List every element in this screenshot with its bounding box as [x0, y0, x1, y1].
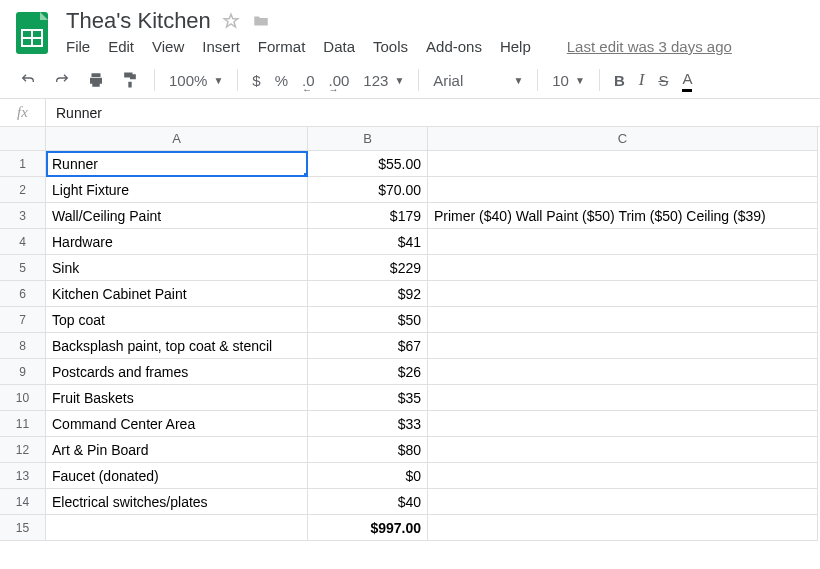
row-header[interactable]: 13 [0, 463, 46, 489]
fx-label: fx [0, 99, 46, 126]
cell[interactable] [428, 333, 818, 359]
cell[interactable]: $26 [308, 359, 428, 385]
text-color-button[interactable]: A [682, 68, 692, 92]
cell[interactable] [428, 463, 818, 489]
table-row: Light Fixture$70.00 [46, 177, 820, 203]
cell[interactable]: $35 [308, 385, 428, 411]
row-header[interactable]: 15 [0, 515, 46, 541]
cell[interactable]: $33 [308, 411, 428, 437]
row-header[interactable]: 12 [0, 437, 46, 463]
select-all-corner[interactable] [0, 127, 46, 151]
cell[interactable]: $997.00 [308, 515, 428, 541]
cell[interactable]: Command Center Area [46, 411, 308, 437]
menu-view[interactable]: View [152, 38, 184, 55]
selection-handle[interactable] [304, 173, 308, 177]
paint-format-icon[interactable] [120, 68, 140, 92]
formula-input[interactable] [46, 99, 820, 126]
menu-file[interactable]: File [66, 38, 90, 55]
folder-icon[interactable] [251, 11, 271, 31]
row-header[interactable]: 14 [0, 489, 46, 515]
cell[interactable]: $80 [308, 437, 428, 463]
cell[interactable]: $50 [308, 307, 428, 333]
cell[interactable]: Runner [46, 151, 308, 177]
cell[interactable] [428, 411, 818, 437]
cell[interactable]: $40 [308, 489, 428, 515]
cell[interactable]: $179 [308, 203, 428, 229]
decrease-decimal-button[interactable]: .0← [302, 68, 315, 92]
cell[interactable]: $67 [308, 333, 428, 359]
cell[interactable]: Primer ($40) Wall Paint ($50) Trim ($50)… [428, 203, 818, 229]
cell[interactable]: Light Fixture [46, 177, 308, 203]
last-edit-link[interactable]: Last edit was 3 days ago [567, 38, 732, 55]
redo-icon[interactable] [52, 68, 72, 92]
increase-decimal-button[interactable]: .00→ [328, 68, 349, 92]
cell[interactable] [428, 437, 818, 463]
document-title[interactable]: Thea's Kitchen [66, 8, 211, 34]
cell[interactable]: Wall/Ceiling Paint [46, 203, 308, 229]
italic-button[interactable]: I [639, 68, 645, 92]
column-header-b[interactable]: B [308, 127, 428, 151]
cell[interactable] [428, 177, 818, 203]
zoom-dropdown[interactable]: 100%▼ [169, 68, 223, 92]
cell[interactable]: Hardware [46, 229, 308, 255]
row-header[interactable]: 5 [0, 255, 46, 281]
menu-data[interactable]: Data [323, 38, 355, 55]
menu-format[interactable]: Format [258, 38, 306, 55]
menu-help[interactable]: Help [500, 38, 531, 55]
cell[interactable]: Top coat [46, 307, 308, 333]
row-header[interactable]: 11 [0, 411, 46, 437]
column-header-c[interactable]: C [428, 127, 818, 151]
undo-icon[interactable] [18, 68, 38, 92]
cell[interactable]: $41 [308, 229, 428, 255]
menu-tools[interactable]: Tools [373, 38, 408, 55]
cell[interactable] [428, 307, 818, 333]
cell[interactable]: $55.00 [308, 151, 428, 177]
cell[interactable]: Sink [46, 255, 308, 281]
row-header[interactable]: 6 [0, 281, 46, 307]
cell[interactable]: Postcards and frames [46, 359, 308, 385]
row-header[interactable]: 9 [0, 359, 46, 385]
strikethrough-button[interactable]: S [658, 68, 668, 92]
cell[interactable]: Art & Pin Board [46, 437, 308, 463]
cell[interactable]: Fruit Baskets [46, 385, 308, 411]
row-header[interactable]: 3 [0, 203, 46, 229]
cell[interactable]: $229 [308, 255, 428, 281]
num-format-label: 123 [363, 72, 388, 89]
cell[interactable] [428, 515, 818, 541]
row-header[interactable]: 4 [0, 229, 46, 255]
menu-addons[interactable]: Add-ons [426, 38, 482, 55]
font-size-dropdown[interactable]: 10▼ [552, 68, 585, 92]
row-header[interactable]: 2 [0, 177, 46, 203]
row-header[interactable]: 7 [0, 307, 46, 333]
cell[interactable] [46, 515, 308, 541]
cell[interactable] [428, 255, 818, 281]
bold-button[interactable]: B [614, 68, 625, 92]
cell[interactable]: $70.00 [308, 177, 428, 203]
menu-insert[interactable]: Insert [202, 38, 240, 55]
cell[interactable] [428, 281, 818, 307]
menu-edit[interactable]: Edit [108, 38, 134, 55]
cell[interactable]: Kitchen Cabinet Paint [46, 281, 308, 307]
cell[interactable] [428, 385, 818, 411]
font-dropdown[interactable]: Arial▼ [433, 68, 523, 92]
row-header[interactable]: 1 [0, 151, 46, 177]
row-header[interactable]: 8 [0, 333, 46, 359]
font-name-label: Arial [433, 72, 463, 89]
cell[interactable]: Electrical switches/plates [46, 489, 308, 515]
cell[interactable]: Backsplash paint, top coat & stencil [46, 333, 308, 359]
cell[interactable] [428, 151, 818, 177]
toolbar: 100%▼ $ % .0← .00→ 123▼ Arial▼ 10▼ B I S… [0, 58, 820, 99]
cell[interactable] [428, 229, 818, 255]
number-format-dropdown[interactable]: 123▼ [363, 68, 404, 92]
cell[interactable]: $92 [308, 281, 428, 307]
percent-button[interactable]: % [275, 68, 288, 92]
row-header[interactable]: 10 [0, 385, 46, 411]
cell[interactable]: Faucet (donated) [46, 463, 308, 489]
cell[interactable] [428, 359, 818, 385]
currency-button[interactable]: $ [252, 68, 260, 92]
star-icon[interactable] [221, 11, 241, 31]
print-icon[interactable] [86, 68, 106, 92]
cell[interactable]: $0 [308, 463, 428, 489]
column-header-a[interactable]: A [46, 127, 308, 151]
cell[interactable] [428, 489, 818, 515]
